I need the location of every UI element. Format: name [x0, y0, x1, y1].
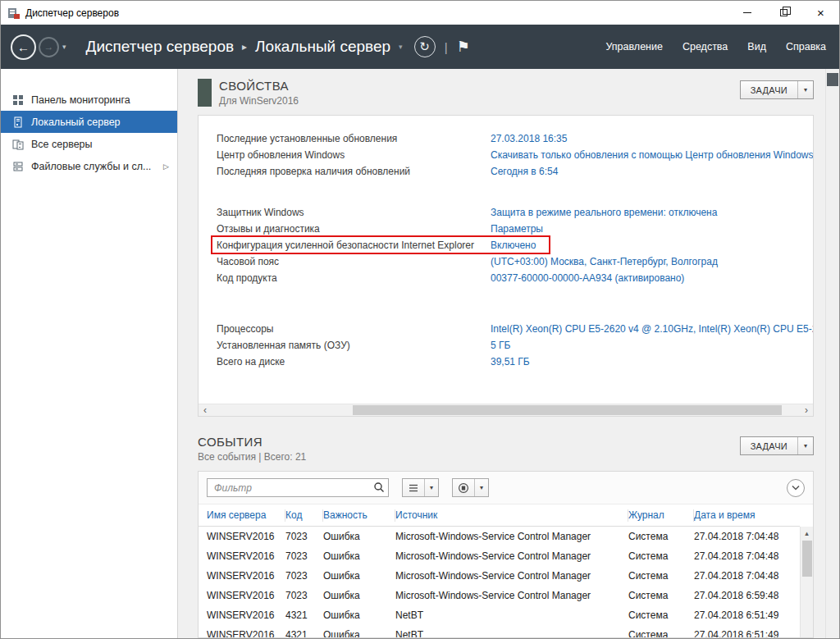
property-label: Центр обновления Windows — [217, 147, 491, 163]
sidebar-item-local-server[interactable]: Локальный сервер — [1, 111, 177, 133]
property-value-link[interactable]: Сегодня в 6:54 — [491, 163, 564, 180]
events-vscrollbar[interactable]: ▴ — [800, 527, 813, 637]
cell-datetime: 27.04.2018 6:59:48 — [694, 590, 791, 601]
cell-log: Система — [628, 570, 694, 582]
events-title: СОБЫТИЯ — [198, 435, 306, 449]
cell-severity: Ошибка — [323, 550, 395, 562]
events-table: Имя сервера Код Важность Источник Журнал… — [199, 504, 813, 637]
sidebar-item-dashboard[interactable]: Панель мониторинга — [1, 89, 177, 111]
cell-source: NetBT — [395, 629, 628, 638]
property-value-link[interactable]: 5 ГБ — [491, 337, 517, 354]
hscroll-thumb[interactable] — [353, 405, 782, 415]
refresh-button[interactable]: ↻ — [414, 36, 436, 57]
save-query-button[interactable]: ▾ — [452, 478, 489, 497]
breadcrumb-root[interactable]: Диспетчер серверов — [86, 38, 235, 56]
column-header-server-name[interactable]: Имя сервера — [207, 509, 285, 522]
property-value-link[interactable]: Защита в режиме реального времени: отклю… — [491, 204, 724, 221]
event-row[interactable]: WINSERV2016 7023 Ошибка Microsoft-Window… — [199, 527, 800, 546]
filter-query-button[interactable]: ▾ — [402, 478, 439, 497]
events-table-main: Имя сервера Код Важность Источник Журнал… — [199, 504, 800, 637]
cell-source: NetBT — [395, 609, 628, 621]
cell-datetime: 27.04.2018 7:04:48 — [694, 550, 791, 562]
breadcrumb-caret-icon[interactable]: ▾ — [399, 43, 403, 51]
main-vscroll-thumb[interactable] — [827, 73, 838, 86]
cell-severity: Ошибка — [323, 570, 395, 582]
property-row: Часовой пояс (UTC+03:00) Москва, Санкт-П… — [217, 253, 813, 270]
column-header-code[interactable]: Код — [285, 509, 323, 522]
window-title: Диспетчер серверов — [25, 7, 119, 19]
property-value-link[interactable]: Включено — [491, 237, 542, 253]
column-header-datetime[interactable]: Дата и время — [694, 509, 791, 522]
property-row: Защитник Windows Защита в режиме реально… — [217, 204, 813, 221]
file-services-icon — [12, 161, 24, 172]
breadcrumb-separator-icon: ▸ — [242, 41, 247, 52]
menu-item-view[interactable]: Вид — [747, 41, 766, 52]
sidebar-item-all-servers[interactable]: Все серверы — [1, 133, 177, 155]
properties-title: СВОЙСТВА — [219, 79, 299, 93]
property-row: Отзывы и диагностика Параметры — [217, 221, 813, 237]
breadcrumb-current[interactable]: Локальный сервер — [255, 38, 390, 56]
property-value-link[interactable]: Скачивать только обновления с помощью Це… — [491, 147, 813, 163]
collapse-events-button[interactable] — [787, 479, 805, 497]
minimize-button[interactable] — [728, 1, 765, 25]
restore-icon — [780, 9, 788, 16]
sidebar: Панель мониторинга Локальный сервер Все … — [1, 69, 178, 638]
cell-log: Система — [628, 550, 694, 562]
event-row[interactable]: WINSERV2016 7023 Ошибка Microsoft-Window… — [199, 586, 800, 605]
cell-datetime: 27.04.2018 6:51:49 — [694, 609, 791, 621]
property-value-link[interactable]: 27.03.2018 16:35 — [491, 130, 573, 147]
property-row: Последние установленные обновления 27.03… — [217, 130, 813, 147]
cell-severity: Ошибка — [323, 629, 395, 638]
column-header-severity[interactable]: Важность — [323, 509, 395, 522]
properties-hscrollbar[interactable]: ‹ › — [199, 404, 813, 416]
property-row: Процессоры Intel(R) Xeon(R) CPU E5-2620 … — [217, 321, 813, 337]
events-filter-input[interactable] — [207, 478, 389, 497]
column-header-source[interactable]: Источник — [395, 509, 628, 522]
restore-button[interactable] — [765, 1, 802, 25]
cell-code: 7023 — [285, 570, 323, 582]
events-tile-header: СОБЫТИЯ Все события | Всего: 21 ЗАДАЧИ ▾ — [198, 435, 814, 464]
server-icon — [12, 116, 24, 128]
forward-button[interactable]: → — [39, 37, 59, 57]
cell-server-name: WINSERV2016 — [207, 629, 285, 638]
back-button[interactable]: ← — [11, 34, 36, 60]
property-value-link[interactable]: (UTC+03:00) Москва, Санкт-Петербург, Вол… — [491, 253, 724, 270]
cell-severity: Ошибка — [323, 590, 395, 601]
menu-item-tools[interactable]: Средства — [682, 41, 728, 52]
cell-server-name: WINSERV2016 — [207, 590, 285, 601]
properties-tasks-button[interactable]: ЗАДАЧИ ▾ — [740, 80, 814, 99]
cell-source: Microsoft-Windows-Service Control Manage… — [395, 531, 628, 542]
properties-titles: СВОЙСТВА Для WinServ2016 — [219, 79, 299, 107]
hscroll-track[interactable] — [212, 404, 800, 416]
cell-server-name: WINSERV2016 — [207, 550, 285, 562]
property-label: Всего на диске — [217, 354, 491, 370]
vscroll-thumb[interactable] — [802, 541, 812, 577]
window-controls: × — [728, 1, 839, 25]
event-row[interactable]: WINSERV2016 4321 Ошибка NetBT Система 27… — [199, 605, 800, 625]
scroll-right-icon[interactable]: › — [800, 404, 813, 416]
property-value-link[interactable]: 00377-60000-00000-AA934 (активировано) — [491, 270, 691, 286]
expand-right-icon[interactable]: ▷ — [163, 162, 169, 171]
events-tasks-button[interactable]: ЗАДАЧИ ▾ — [740, 436, 814, 455]
scroll-left-icon[interactable]: ‹ — [199, 404, 212, 416]
close-button[interactable]: × — [802, 1, 839, 25]
nav-history-caret[interactable]: ▾ — [62, 43, 66, 51]
notifications-flag-button[interactable]: ⚑ — [457, 38, 470, 56]
event-row[interactable]: WINSERV2016 7023 Ошибка Microsoft-Window… — [199, 546, 800, 566]
property-value-link[interactable]: Intel(R) Xeon(R) CPU E5-2620 v4 @ 2.10GH… — [491, 321, 813, 337]
column-header-log[interactable]: Журнал — [628, 509, 694, 522]
property-row: Последняя проверка наличия обновлений Се… — [217, 163, 813, 180]
property-label: Конфигурация усиленной безопасности Inte… — [217, 237, 491, 253]
menu-item-manage[interactable]: Управление — [605, 41, 663, 52]
event-row[interactable]: WINSERV2016 7023 Ошибка Microsoft-Window… — [199, 566, 800, 586]
scroll-up-icon[interactable]: ▴ — [801, 527, 813, 539]
property-row: Установленная память (ОЗУ) 5 ГБ — [217, 337, 813, 354]
property-value-link[interactable]: 39,51 ГБ — [491, 354, 536, 370]
event-row[interactable]: WINSERV2016 4321 Ошибка NetBT Система 27… — [199, 625, 800, 638]
property-value-link[interactable]: Параметры — [491, 221, 550, 237]
main-vscrollbar[interactable] — [825, 69, 839, 638]
cell-datetime: 27.04.2018 7:04:48 — [694, 570, 791, 582]
sidebar-item-file-services[interactable]: Файловые службы и сл... ▷ — [1, 155, 177, 177]
search-icon — [373, 482, 385, 493]
menu-item-help[interactable]: Справка — [786, 41, 826, 52]
